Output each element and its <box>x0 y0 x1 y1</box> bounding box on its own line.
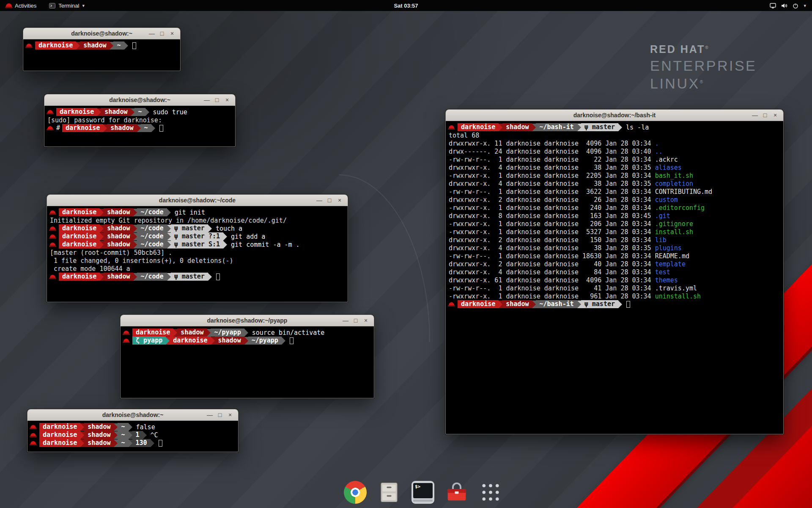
terminal-line: drwxrwxr-x. 2 darknoise darknoise 40 Jan… <box>449 260 780 268</box>
prompt-segment: ~ <box>118 423 128 431</box>
maximize-button[interactable]: □ <box>325 195 334 206</box>
terminal-content[interactable]: darknoiseshadow~/pyapp source bin/activa… <box>121 326 374 347</box>
close-button[interactable]: × <box>361 315 370 326</box>
prompt-segment: darknoise <box>56 108 97 116</box>
maximize-button[interactable]: □ <box>760 110 770 121</box>
output-text: -rwxrwxr-x. 1 darknoise darknoise 2205 J… <box>449 172 655 179</box>
terminal-content[interactable]: darknoiseshadow~ <box>23 39 180 52</box>
terminal-cursor <box>626 301 630 308</box>
terminal-line: -rwxrwxr-x. 1 darknoise darknoise 240 Ja… <box>449 204 780 212</box>
powerline-separator-icon <box>133 241 137 248</box>
powerline-separator-icon <box>100 233 104 240</box>
minimize-button[interactable]: — <box>205 410 214 420</box>
powerline-separator-icon <box>114 423 118 431</box>
terminal-content[interactable]: darknoiseshadow~ falsedarknoiseshadow~1 … <box>27 421 238 449</box>
python-icon: ζ <box>136 337 143 344</box>
powerline-separator-icon <box>532 124 536 131</box>
minimize-button[interactable]: — <box>341 315 350 326</box>
terminal-line: drwxrwxr-x. 2 darknoise darknoise 26 Jan… <box>449 196 780 204</box>
app-menu-terminal[interactable]: Terminal ▾ <box>47 0 86 11</box>
prompt-segment: darknoise <box>59 224 100 232</box>
window-titlebar[interactable]: darknoise@shadow:~ — □ × <box>23 28 180 39</box>
terminal-content[interactable]: darknoiseshadow~/bash-itψ master ls -lat… <box>446 121 783 310</box>
clock[interactable]: Sat 03:57 <box>394 3 418 9</box>
redhat-prompt-icon <box>47 126 53 130</box>
prompt-segment: ~/bash-it <box>536 300 577 308</box>
terminal-line: darknoiseshadow~ false <box>30 423 235 431</box>
dock-item-files[interactable] <box>378 481 401 504</box>
powerline-separator-icon <box>207 329 211 337</box>
chevron-down-icon: ▾ <box>82 3 85 8</box>
file-name: template <box>655 260 686 268</box>
dock-item-app-grid[interactable] <box>479 481 502 504</box>
branch-icon: ψ <box>174 232 182 240</box>
powerline-separator-icon <box>167 225 171 232</box>
redhat-prompt-icon <box>50 243 55 246</box>
terminal-line: 1 file changed, 0 insertions(+), 0 delet… <box>50 257 345 265</box>
power-icon <box>793 3 798 8</box>
redhat-prompt-icon <box>449 125 454 129</box>
dock-item-chrome[interactable] <box>344 481 367 504</box>
minimize-button[interactable]: — <box>315 195 324 206</box>
terminal-window-code: darknoise@shadow:~/code — □ × darknoises… <box>47 194 348 302</box>
minimize-button[interactable]: — <box>147 28 156 39</box>
output-text: [master (root-commit) 50bcb63] . <box>50 249 172 257</box>
terminal-line: -rwxrwxr-x. 1 darknoise darknoise 961 Ja… <box>449 292 780 300</box>
prompt-segment: ~ <box>118 439 128 447</box>
file-name: themes <box>655 276 678 284</box>
maximize-button[interactable]: □ <box>157 28 167 39</box>
close-button[interactable]: × <box>335 195 344 206</box>
window-titlebar[interactable]: darknoise@shadow:~/pyapp — □ × <box>121 315 374 326</box>
powerline-separator-icon <box>114 439 118 447</box>
terminal-line: -rw-rw-r--. 1 darknoise darknoise 22 Jan… <box>449 155 780 163</box>
maximize-button[interactable]: □ <box>351 315 360 326</box>
redhat-prompt-icon <box>50 275 55 279</box>
maximize-button[interactable]: □ <box>212 95 222 105</box>
brand-line-linux: LINUX® <box>650 76 757 91</box>
window-titlebar[interactable]: darknoise@shadow:~/code — □ × <box>47 195 348 206</box>
terminal-content[interactable]: darknoiseshadow~/code git initInitialize… <box>47 206 348 283</box>
minimize-button[interactable]: — <box>202 95 211 105</box>
prompt-segment: shadow <box>104 273 133 281</box>
prompt-segment: ~/pyapp <box>248 337 282 345</box>
terminal-icon: $> <box>411 481 434 504</box>
terminal-window-pyapp: darknoise@shadow:~/pyapp — □ × darknoise… <box>120 315 374 398</box>
close-button[interactable]: × <box>771 110 780 121</box>
prompt-segment: ~/code <box>137 224 167 232</box>
prompt-segment: darknoise <box>35 41 76 50</box>
prompt-segment: shadow <box>101 108 131 116</box>
prompt-segment: ~/code <box>137 240 167 248</box>
window-titlebar[interactable]: darknoise@shadow:~ — □ × <box>27 409 238 421</box>
file-name: CONTRIBUTING.md <box>655 188 712 196</box>
window-titlebar[interactable]: darknoise@shadow:~/bash-it — □ × <box>446 110 783 121</box>
powerline-separator-icon <box>145 108 149 116</box>
powerline-separator-icon <box>114 431 118 439</box>
terminal-cursor <box>290 337 294 344</box>
powerline-separator-icon <box>618 124 622 131</box>
prompt-segment: shadow <box>84 439 114 447</box>
activities-button[interactable]: Activities <box>4 0 38 11</box>
prompt-segment: darknoise <box>59 240 100 248</box>
maximize-button[interactable]: □ <box>215 410 225 420</box>
output-text: drwx------. 24 darknoise darknoise 4096 … <box>449 148 655 155</box>
minimize-button[interactable]: — <box>750 110 760 121</box>
brand-line-enterprise: ENTERPRISE <box>650 58 757 73</box>
close-button[interactable]: × <box>225 410 235 420</box>
app-menu-label: Terminal <box>58 3 79 9</box>
prompt-segment: darknoise <box>59 273 100 281</box>
window-titlebar[interactable]: darknoise@shadow:~ — □ × <box>44 94 235 106</box>
prompt-segment: ~ <box>113 41 124 50</box>
terminal-line: [sudo] password for darknoise: <box>47 116 232 124</box>
close-button[interactable]: × <box>222 95 232 105</box>
dock-item-software[interactable] <box>445 481 468 504</box>
close-button[interactable]: × <box>167 28 177 39</box>
dock-item-firefox[interactable] <box>310 481 333 504</box>
file-name: plugins <box>655 244 682 252</box>
terminal-line: darknoiseshadow~ sudo true <box>47 108 232 116</box>
output-text: drwxrwxr-x. 11 darknoise darknoise 4096 … <box>449 140 655 147</box>
dock-item-terminal[interactable]: $> <box>411 481 434 504</box>
system-status-area[interactable]: ▾ <box>770 3 808 8</box>
terminal-line: [master (root-commit) 50bcb63] . <box>50 248 345 257</box>
prompt-segment: shadow <box>84 423 114 431</box>
terminal-content[interactable]: darknoiseshadow~ sudo true[sudo] passwor… <box>44 106 235 134</box>
